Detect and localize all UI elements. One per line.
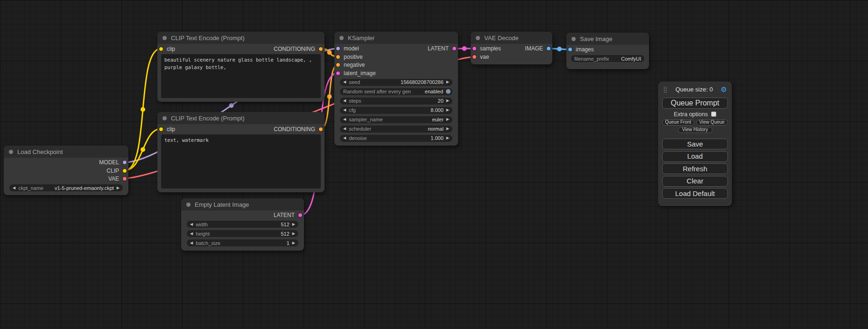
settings-gear-icon[interactable]: ⚙ xyxy=(721,86,727,93)
extra-options-checkbox[interactable] xyxy=(711,112,716,117)
drag-handle-icon[interactable]: ⣿ xyxy=(663,86,668,92)
widget-sampler-name[interactable]: ◀ sampler_name euler ▶ xyxy=(340,116,452,123)
increment-arrow-icon[interactable]: ▶ xyxy=(292,232,295,236)
node-title-bar[interactable]: CLIP Text Encode (Prompt) xyxy=(157,112,325,124)
widget-width[interactable]: ◀ width 512 ▶ xyxy=(187,221,298,228)
node-vae-decode[interactable]: VAE Decode samples IMAGE vae xyxy=(471,32,552,64)
slot-label: clip xyxy=(167,126,175,133)
input-port-vae[interactable] xyxy=(472,55,477,59)
node-clip-text-encode-positive[interactable]: CLIP Text Encode (Prompt) clip CONDITION… xyxy=(157,32,325,102)
save-button[interactable]: Save xyxy=(662,139,728,149)
widget-value: 8.000 xyxy=(430,107,444,113)
widget-scheduler[interactable]: ◀ scheduler normal ▶ xyxy=(340,126,452,133)
increment-arrow-icon[interactable]: ▶ xyxy=(117,186,120,190)
wire-midpoint-dot xyxy=(327,50,332,55)
decrement-arrow-icon[interactable]: ◀ xyxy=(343,127,346,131)
node-title-bar[interactable]: Empty Latent Image xyxy=(181,198,304,210)
output-port-model[interactable] xyxy=(122,160,127,165)
wire-midpoint-dot xyxy=(327,94,332,99)
view-history-button[interactable]: View History xyxy=(678,127,713,133)
collapse-dot-icon[interactable] xyxy=(9,150,13,154)
input-port-clip[interactable] xyxy=(159,127,163,132)
node-graph-canvas[interactable]: Load Checkpoint MODEL CLIP VAE xyxy=(0,0,868,329)
prompt-textarea[interactable]: beautiful scenery nature glass bottle la… xyxy=(161,54,321,98)
increment-arrow-icon[interactable]: ▶ xyxy=(446,108,449,112)
collapse-dot-icon[interactable] xyxy=(572,37,576,41)
slot-label: CLIP xyxy=(106,168,119,174)
node-clip-text-encode-negative[interactable]: CLIP Text Encode (Prompt) clip CONDITION… xyxy=(157,112,325,192)
input-port-images[interactable] xyxy=(568,47,572,52)
widget-batch-size[interactable]: ◀ batch_size 1 ▶ xyxy=(187,239,298,246)
queue-front-button[interactable]: Queue Front xyxy=(662,119,694,126)
widget-denoise[interactable]: ◀ denoise 1.000 ▶ xyxy=(340,135,452,142)
load-button[interactable]: Load xyxy=(662,151,728,162)
input-port-negative[interactable] xyxy=(336,63,340,67)
decrement-arrow-icon[interactable]: ◀ xyxy=(190,223,193,226)
decrement-arrow-icon[interactable]: ◀ xyxy=(343,108,346,112)
output-port-vae[interactable] xyxy=(122,176,127,181)
collapse-dot-icon[interactable] xyxy=(162,116,167,120)
collapse-dot-icon[interactable] xyxy=(186,203,191,207)
input-port-model[interactable] xyxy=(336,46,340,51)
output-port-clip[interactable] xyxy=(122,168,127,173)
decrement-arrow-icon[interactable]: ◀ xyxy=(343,118,346,121)
node-title-bar[interactable]: Load Checkpoint xyxy=(4,146,128,158)
increment-arrow-icon[interactable]: ▶ xyxy=(446,99,449,103)
widget-value: v1-5-pruned-emaonly.ckpt xyxy=(55,185,114,191)
collapse-dot-icon[interactable] xyxy=(162,36,167,40)
widget-value: 512 xyxy=(281,222,289,227)
output-port-latent[interactable] xyxy=(298,213,303,217)
output-port-image[interactable] xyxy=(546,46,551,51)
widget-value: 512 xyxy=(281,231,289,237)
increment-arrow-icon[interactable]: ▶ xyxy=(292,223,295,226)
input-port-latent-image[interactable] xyxy=(336,71,340,76)
decrement-arrow-icon[interactable]: ◀ xyxy=(343,80,346,84)
node-title-bar[interactable]: Save Image xyxy=(566,33,649,45)
queue-prompt-button[interactable]: Queue Prompt xyxy=(662,98,728,109)
load-default-button[interactable]: Load Default xyxy=(662,188,728,199)
wire-midpoint-dot xyxy=(557,47,562,51)
input-port-positive[interactable] xyxy=(336,55,340,59)
input-port-clip[interactable] xyxy=(159,47,163,51)
node-ksampler[interactable]: KSampler model LATENT positive xyxy=(334,32,458,146)
widget-label: Random seed after every gen xyxy=(343,89,411,94)
widget-seed[interactable]: ◀ seed 156680208700286 ▶ xyxy=(340,79,452,86)
input-port-samples[interactable] xyxy=(472,46,477,51)
view-queue-button[interactable]: View Queue xyxy=(696,119,728,126)
widget-label: width xyxy=(196,222,208,227)
output-port-conditioning[interactable] xyxy=(318,47,323,51)
clear-button[interactable]: Clear xyxy=(662,176,728,187)
widget-filename-prefix[interactable]: filename_prefix ComfyUI xyxy=(571,55,644,62)
widget-ckpt-name[interactable]: ◀ ckpt_name v1-5-pruned-emaonly.ckpt ▶ xyxy=(9,184,123,191)
node-save-image[interactable]: Save Image images filename_prefix ComfyU… xyxy=(566,33,649,69)
refresh-button[interactable]: Refresh xyxy=(662,163,728,174)
widget-control-after-generate[interactable]: Random seed after every gen enabled xyxy=(340,88,452,95)
collapse-dot-icon[interactable] xyxy=(339,36,344,40)
node-title-bar[interactable]: KSampler xyxy=(334,32,458,44)
node-title-bar[interactable]: VAE Decode xyxy=(471,32,552,44)
decrement-arrow-icon[interactable]: ◀ xyxy=(190,241,193,245)
toggle-knob-icon[interactable] xyxy=(446,89,451,94)
increment-arrow-icon[interactable]: ▶ xyxy=(446,127,449,131)
output-port-conditioning[interactable] xyxy=(318,127,323,132)
decrement-arrow-icon[interactable]: ◀ xyxy=(343,99,346,103)
collapse-dot-icon[interactable] xyxy=(476,36,480,40)
widget-steps[interactable]: ◀ steps 20 ▶ xyxy=(340,98,452,105)
decrement-arrow-icon[interactable]: ◀ xyxy=(343,136,346,140)
increment-arrow-icon[interactable]: ▶ xyxy=(446,80,449,84)
widget-height[interactable]: ◀ height 512 ▶ xyxy=(187,230,298,237)
output-port-latent[interactable] xyxy=(452,46,457,51)
decrement-arrow-icon[interactable]: ◀ xyxy=(190,232,193,236)
widget-cfg[interactable]: ◀ cfg 8.000 ▶ xyxy=(340,107,452,114)
node-empty-latent-image[interactable]: Empty Latent Image LATENT ◀ width 512 ▶ … xyxy=(181,198,304,251)
decrement-arrow-icon[interactable]: ◀ xyxy=(13,186,15,190)
increment-arrow-icon[interactable]: ▶ xyxy=(446,118,449,121)
widget-label: height xyxy=(196,231,210,237)
node-title-bar[interactable]: CLIP Text Encode (Prompt) xyxy=(157,32,325,44)
prompt-textarea[interactable]: text, watermark xyxy=(161,134,321,189)
node-title: Load Checkpoint xyxy=(17,148,63,155)
increment-arrow-icon[interactable]: ▶ xyxy=(446,136,449,140)
node-load-checkpoint[interactable]: Load Checkpoint MODEL CLIP VAE xyxy=(4,146,128,195)
increment-arrow-icon[interactable]: ▶ xyxy=(292,241,295,245)
output-slot-conditioning: CONDITIONING xyxy=(274,46,323,52)
